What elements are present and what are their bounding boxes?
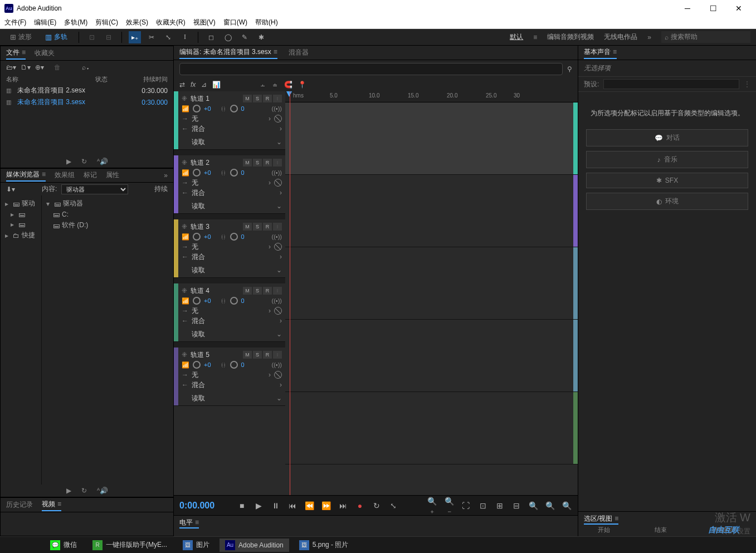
record-arm-button[interactable]: R <box>263 223 272 231</box>
volume-value[interactable]: +0 <box>204 297 211 304</box>
loop-icon[interactable]: ↻ <box>81 158 87 165</box>
zoom-out-icon[interactable]: 🔍₋ <box>444 497 454 515</box>
track-handle-icon[interactable]: ⁜ <box>182 159 187 167</box>
sfx-type-button[interactable]: ✱SFX <box>586 173 748 188</box>
maximize-button[interactable]: ☐ <box>700 0 726 17</box>
track-handle-icon[interactable]: ⁜ <box>182 223 187 231</box>
volume-knob[interactable] <box>193 169 201 177</box>
close-button[interactable]: ✕ <box>726 0 752 17</box>
record-arm-button[interactable]: R <box>263 95 272 102</box>
output-select[interactable]: 混合› <box>192 124 282 134</box>
playhead-indicator[interactable] <box>286 91 292 97</box>
hud-icon[interactable]: ⊡ <box>86 31 98 43</box>
track-lane[interactable] <box>285 247 578 320</box>
tree-item[interactable]: ▾🖴驱动器 <box>44 198 171 209</box>
track-header[interactable]: ⁜ 轨道 3 M S R I 📶 +0 ⟮⟯ 0 ((•)) →无› ←混合› <box>174 219 285 278</box>
levels-tab[interactable]: 电平≡ <box>179 517 199 528</box>
fx-icon[interactable]: fx <box>191 81 196 89</box>
output-select[interactable]: 混合› <box>192 252 282 262</box>
pan-value[interactable]: 0 <box>241 105 245 112</box>
search-settings-icon[interactable]: ⚲ <box>567 65 572 73</box>
menu-clip[interactable]: 剪辑(C) <box>95 18 118 27</box>
phase-icon[interactable] <box>274 307 282 315</box>
pan-knob[interactable] <box>230 297 238 305</box>
filter-icon[interactable]: ⌕▾ <box>82 63 90 71</box>
taskbar-item[interactable]: 🖼5.png - 照片 <box>294 539 354 552</box>
eq-icon[interactable]: 📊 <box>212 81 221 89</box>
track-header[interactable]: ⁜ 轨道 4 M S R I 📶 +0 ⟮⟯ 0 ((•)) →无› ←混合› <box>174 283 285 342</box>
timeline[interactable]: hms 5.0 10.0 15.0 20.0 25.0 30 <box>285 91 578 495</box>
preset-menu-icon[interactable]: ⋮ <box>744 80 750 88</box>
current-time[interactable]: 0:00.000 <box>179 501 230 511</box>
zoom-in-t-icon[interactable]: 🔍 <box>528 501 538 510</box>
time-select-tool[interactable]: I <box>179 31 191 43</box>
menu-multitrack[interactable]: 多轨(M) <box>64 18 87 27</box>
monitor-button[interactable]: I <box>273 159 282 167</box>
volume-knob[interactable] <box>193 361 201 369</box>
left-align-icon[interactable]: ⫠ <box>260 81 266 89</box>
ws-menu-icon[interactable]: ≡ <box>533 33 537 41</box>
output-select[interactable]: 混合› <box>192 380 282 390</box>
volume-knob[interactable] <box>193 297 201 305</box>
pan-knob[interactable] <box>230 169 238 177</box>
go-end-button[interactable]: ⏭ <box>338 501 348 510</box>
track-name[interactable]: 轨道 2 <box>191 158 209 168</box>
volume-value[interactable]: +0 <box>204 233 211 240</box>
loop-icon[interactable]: ↻ <box>81 487 87 495</box>
editor-tab[interactable]: 编辑器: 未命名混音项目 3.sesx≡ <box>179 46 277 59</box>
loop-button[interactable]: ↻ <box>372 501 382 510</box>
output-select[interactable]: 混合› <box>192 188 282 198</box>
mute-button[interactable]: M <box>243 223 252 231</box>
tree-item[interactable]: 🖴软件 (D:) <box>44 219 171 231</box>
up-folder-icon[interactable]: ⬇▾ <box>6 185 15 193</box>
taskbar-item[interactable]: R一键排版助手(MyE... <box>87 539 173 552</box>
right-align-icon[interactable]: ⫨ <box>272 81 279 89</box>
go-start-button[interactable]: ⏮ <box>287 501 297 510</box>
music-type-button[interactable]: ♪音乐 <box>586 151 748 168</box>
delete-icon[interactable]: 🗑 <box>54 63 61 71</box>
menu-effects[interactable]: 效果(S) <box>126 18 148 27</box>
zoom-out-v-icon[interactable]: ⊟ <box>511 501 521 510</box>
pan-knob[interactable] <box>230 233 238 241</box>
workspace-default[interactable]: 默认 <box>510 32 523 42</box>
pan-value[interactable]: 0 <box>241 169 245 176</box>
read-mode-select[interactable]: 读取⌄ <box>192 266 282 275</box>
file-row[interactable]: ▥ 未命名混音项目 2.sesx 0:30.000 <box>1 85 173 96</box>
video-tab[interactable]: 视频≡ <box>42 498 61 511</box>
solo-button[interactable]: S <box>253 95 262 102</box>
input-select[interactable]: 无› <box>192 306 271 316</box>
essential-sound-tab[interactable]: 基本声音≡ <box>584 46 617 59</box>
track-lane[interactable] <box>285 392 578 464</box>
zoom-in-v-icon[interactable]: ⊞ <box>495 501 505 510</box>
track-handle-icon[interactable]: ⁜ <box>182 287 187 295</box>
pause-button[interactable]: ⏸ <box>271 501 281 510</box>
zoom-full-icon[interactable]: ⛶ <box>461 501 471 510</box>
snap-icon[interactable]: 🧲 <box>284 81 292 89</box>
menu-view[interactable]: 视图(V) <box>193 18 216 27</box>
menu-window[interactable]: 窗口(W) <box>223 18 247 27</box>
track-name[interactable]: 轨道 5 <box>191 350 209 360</box>
input-select[interactable]: 无› <box>192 242 271 252</box>
search-help-input[interactable]: ⌕ 搜索帮助 <box>661 31 750 43</box>
selection-view-tab[interactable]: 选区/视图≡ <box>584 513 618 525</box>
track-header[interactable]: ⁜ 轨道 5 M S R I 📶 +0 ⟮⟯ 0 ((•)) →无› ←混合› <box>174 348 285 406</box>
playhead-line[interactable] <box>290 91 290 495</box>
multitrack-mode-button[interactable]: ▥ 多轨 <box>41 31 72 43</box>
skip-sel-button[interactable]: ⤡ <box>388 501 398 510</box>
rewind-button[interactable]: ⏪ <box>304 501 314 510</box>
play-icon[interactable]: ▶ <box>66 487 71 495</box>
volume-knob[interactable] <box>193 233 201 241</box>
menu-favorites[interactable]: 收藏夹(R) <box>156 18 186 27</box>
monitor-button[interactable]: I <box>273 95 282 102</box>
mute-button[interactable]: M <box>243 287 252 295</box>
overflow-icon[interactable]: » <box>164 172 168 179</box>
read-mode-select[interactable]: 读取⌄ <box>192 330 282 339</box>
slip-tool[interactable]: ⤡ <box>162 31 174 43</box>
track-name[interactable]: 轨道 4 <box>191 286 209 296</box>
content-select[interactable]: 驱动器 <box>61 184 128 194</box>
pan-value[interactable]: 0 <box>241 361 245 368</box>
track-handle-icon[interactable]: ⁜ <box>182 95 187 102</box>
read-mode-select[interactable]: 读取⌄ <box>192 202 282 211</box>
marquee-tool[interactable]: ◻ <box>205 31 217 43</box>
track-name[interactable]: 轨道 1 <box>191 94 209 104</box>
